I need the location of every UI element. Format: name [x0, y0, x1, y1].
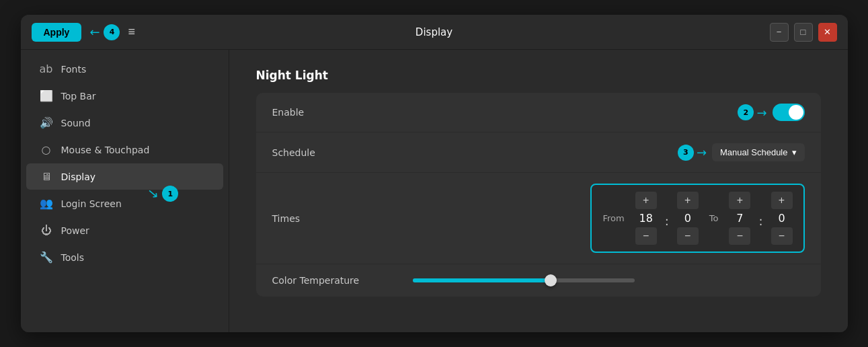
- annotation-badge-1: 1: [162, 186, 178, 202]
- sidebar-item-label: Sound: [61, 118, 91, 128]
- sidebar-item-label: Tools: [61, 252, 85, 263]
- power-icon: ⏻: [40, 224, 53, 237]
- color-temp-slider-container: [359, 278, 804, 282]
- mouse-icon: ○: [40, 143, 53, 156]
- to-hour-value: 7: [732, 212, 748, 225]
- times-control: From + 18 − : + 0 −: [590, 184, 804, 253]
- from-hour-increment[interactable]: +: [635, 192, 657, 209]
- times-label: Times: [272, 213, 301, 224]
- window-title: Display: [416, 26, 452, 38]
- from-hour-value: 18: [638, 212, 654, 225]
- sidebar-item-label: Mouse & Touchpad: [61, 145, 150, 155]
- sidebar-item-label: Top Bar: [61, 91, 96, 102]
- window-controls: − □ ✕: [770, 23, 837, 42]
- slider-fill: [413, 278, 551, 282]
- sidebar-item-display[interactable]: 🖥 Display ↑ 1: [26, 163, 223, 190]
- to-label: To: [709, 213, 719, 223]
- titlebar: Apply ← 4 ≡ Display − □ ✕: [21, 15, 848, 50]
- sound-icon: 🔊: [40, 116, 53, 129]
- slider-thumb[interactable]: [545, 274, 557, 286]
- right-arrow-2-icon: →: [697, 145, 707, 159]
- sidebar-item-login[interactable]: 👥 Login Screen: [26, 190, 223, 217]
- sidebar-item-label: Display: [61, 171, 96, 182]
- annotation-3-group: 3 →: [678, 145, 707, 161]
- to-min-decrement[interactable]: −: [771, 227, 793, 245]
- sidebar-item-label: Login Screen: [61, 198, 122, 209]
- color-temp-label: Color Temperature: [272, 275, 360, 286]
- sidebar-item-sound[interactable]: 🔊 Sound: [26, 110, 223, 136]
- to-hour-decrement[interactable]: −: [729, 227, 750, 245]
- times-row: Times From + 18 − : + 0: [256, 173, 821, 264]
- settings-card: Enable 2 → Schedule 3: [256, 93, 821, 297]
- section-title: Night Light: [256, 69, 821, 82]
- sidebar-item-fonts[interactable]: ab Fonts: [26, 56, 223, 82]
- to-min-value: 0: [774, 212, 790, 225]
- to-min-increment[interactable]: +: [771, 192, 793, 209]
- right-arrow-icon: →: [756, 106, 766, 120]
- enable-row: Enable 2 →: [256, 93, 821, 132]
- from-hour-group: + 18 −: [635, 192, 657, 245]
- hamburger-button[interactable]: ≡: [128, 25, 135, 39]
- schedule-row: Schedule 3 → Manual Schedule ▾: [256, 132, 821, 173]
- maximize-button[interactable]: □: [794, 23, 813, 42]
- content-area: ab Fonts ⬜ Top Bar 🔊 Sound ○ Mouse & Tou…: [21, 50, 848, 332]
- annotation-badge-2: 2: [738, 104, 754, 120]
- to-min-group: + 0 −: [771, 192, 793, 245]
- main-content: Night Light Enable 2 → Schedule: [229, 50, 848, 332]
- color-temp-row: Color Temperature: [256, 264, 821, 297]
- sidebar-item-label: Fonts: [61, 64, 87, 75]
- from-min-group: + 0 −: [677, 192, 699, 245]
- schedule-dropdown[interactable]: Manual Schedule ▾: [712, 143, 804, 161]
- colon-separator-1: :: [665, 214, 669, 228]
- enable-label: Enable: [272, 107, 305, 118]
- close-button[interactable]: ✕: [818, 23, 837, 42]
- fonts-icon: ab: [40, 63, 53, 75]
- color-temp-slider-track: [413, 278, 635, 282]
- from-min-decrement[interactable]: −: [677, 227, 699, 245]
- from-min-value: 0: [680, 212, 696, 225]
- main-window: Apply ← 4 ≡ Display − □ ✕ ab Fonts ⬜ Top…: [21, 15, 848, 332]
- schedule-right: 3 → Manual Schedule ▾: [678, 143, 805, 161]
- sidebar-item-topbar[interactable]: ⬜ Top Bar: [26, 83, 223, 109]
- from-min-increment[interactable]: +: [677, 192, 699, 209]
- login-icon: 👥: [40, 197, 53, 210]
- sidebar-item-label: Power: [61, 225, 89, 236]
- colon-separator-2: :: [758, 214, 762, 228]
- sidebar-item-mouse[interactable]: ○ Mouse & Touchpad: [26, 137, 223, 163]
- apply-button[interactable]: Apply: [32, 23, 82, 42]
- to-hour-group: + 7 −: [729, 192, 750, 245]
- sidebar-item-tools[interactable]: 🔧 Tools: [26, 244, 223, 270]
- display-icon: 🖥: [40, 170, 53, 183]
- annotation-badge-4: 4: [104, 24, 120, 40]
- sidebar: ab Fonts ⬜ Top Bar 🔊 Sound ○ Mouse & Tou…: [21, 50, 229, 332]
- from-label: From: [602, 213, 624, 223]
- topbar-icon: ⬜: [40, 89, 53, 102]
- tools-icon: 🔧: [40, 251, 53, 264]
- apply-annotation: ← 4: [89, 24, 120, 40]
- sidebar-item-power[interactable]: ⏻ Power: [26, 217, 223, 243]
- annotation-2-group: 2 →: [738, 104, 766, 120]
- schedule-value: Manual Schedule: [720, 147, 787, 157]
- annotation-1-group: ↑ 1: [147, 186, 179, 202]
- chevron-down-icon: ▾: [792, 147, 797, 157]
- enable-right: 2 →: [738, 104, 804, 121]
- annotation-badge-3: 3: [678, 145, 694, 161]
- titlebar-left: Apply ← 4 ≡: [32, 23, 136, 42]
- minimize-button[interactable]: −: [770, 23, 789, 42]
- arrow-right-icon: ←: [89, 25, 100, 39]
- from-hour-decrement[interactable]: −: [635, 227, 657, 245]
- enable-toggle[interactable]: [773, 104, 805, 121]
- to-hour-increment[interactable]: +: [729, 192, 750, 209]
- schedule-label: Schedule: [272, 147, 315, 158]
